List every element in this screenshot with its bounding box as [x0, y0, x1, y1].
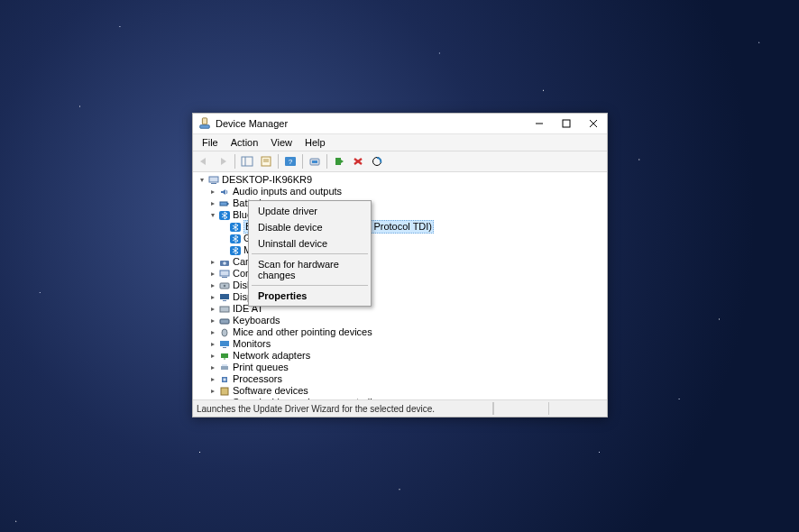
svg-rect-34	[223, 300, 226, 301]
expand-icon[interactable]: ▸	[207, 350, 218, 362]
svg-rect-39	[223, 347, 226, 348]
expand-icon[interactable]: ▸	[207, 315, 218, 326]
expand-icon[interactable]: ▸	[207, 373, 218, 385]
tree-category-mice[interactable]: ▸ Mice and other pointing devices	[193, 326, 607, 338]
menu-action[interactable]: Action	[225, 136, 264, 149]
svg-rect-33	[220, 294, 229, 299]
menu-view[interactable]: View	[265, 136, 298, 149]
uninstall-device-button[interactable]	[349, 153, 367, 170]
minimize-button[interactable]	[526, 114, 553, 133]
desktop-wallpaper: Device Manager File Action View Help	[0, 0, 799, 532]
statusbar: Launches the Update Driver Wizard for th…	[193, 399, 607, 417]
disk-icon	[218, 280, 231, 291]
expand-icon[interactable]: ▸	[207, 326, 218, 338]
svg-rect-19	[209, 177, 218, 182]
collapse-icon[interactable]: ▾	[197, 174, 207, 186]
tree-label: DESKTOP-IK96KR9	[222, 174, 312, 186]
tree-label: Network adapters	[233, 350, 310, 362]
maximize-button[interactable]	[553, 114, 580, 133]
monitor-icon	[218, 339, 231, 350]
back-button[interactable]	[195, 153, 213, 170]
tree-category-keyboards[interactable]: ▸ Keyboards	[193, 315, 607, 326]
tree-label: Print queues	[233, 362, 289, 373]
svg-rect-46	[221, 388, 228, 395]
svg-rect-21	[220, 202, 227, 206]
svg-rect-36	[220, 319, 229, 324]
context-menu-separator	[252, 285, 368, 286]
bluetooth-icon	[229, 234, 242, 244]
show-hide-tree-button[interactable]	[238, 153, 256, 170]
mouse-icon	[218, 327, 231, 338]
expand-icon[interactable]: ▸	[207, 186, 218, 197]
app-icon	[198, 117, 211, 130]
collapse-icon[interactable]: ▾	[207, 209, 218, 221]
svg-rect-43	[222, 364, 227, 366]
expand-icon[interactable]: ▸	[207, 303, 218, 315]
svg-rect-3	[563, 120, 570, 127]
svg-point-32	[224, 284, 226, 287]
audio-icon	[218, 187, 231, 197]
tree-category-software[interactable]: ▸ Software devices	[193, 385, 607, 397]
svg-rect-20	[211, 183, 216, 184]
svg-rect-35	[220, 307, 229, 312]
svg-rect-45	[224, 378, 226, 381]
expand-icon[interactable]: ▸	[207, 385, 218, 397]
bluetooth-icon	[229, 222, 242, 233]
status-text: Launches the Update Driver Wizard for th…	[197, 404, 435, 414]
enable-device-button[interactable]	[330, 153, 348, 170]
menubar: File Action View Help	[193, 134, 607, 151]
ctx-scan-hardware[interactable]: Scan for hardware changes	[251, 256, 369, 283]
sound-icon	[218, 398, 231, 400]
svg-rect-15	[335, 158, 341, 165]
tree-category-printers[interactable]: ▸ Print queues	[193, 362, 607, 373]
expand-icon[interactable]: ▸	[207, 268, 218, 280]
ctx-disable-device[interactable]: Disable device	[251, 219, 369, 235]
menu-file[interactable]: File	[197, 136, 224, 149]
close-button[interactable]	[580, 114, 607, 133]
update-driver-button[interactable]	[306, 153, 324, 170]
titlebar[interactable]: Device Manager	[193, 114, 607, 134]
ctx-uninstall-device[interactable]: Uninstall device	[251, 235, 369, 252]
toolbar: ?	[193, 151, 607, 172]
scan-hardware-button[interactable]	[368, 153, 386, 170]
camera-icon	[218, 257, 231, 268]
expand-icon[interactable]: ▸	[207, 256, 218, 268]
bluetooth-icon	[229, 245, 242, 256]
svg-rect-38	[220, 341, 229, 346]
computer-icon	[218, 269, 231, 280]
tree-label: Monitors	[233, 338, 271, 350]
cpu-icon	[218, 374, 231, 385]
window-title: Device Manager	[216, 118, 526, 129]
forward-button[interactable]	[214, 153, 232, 170]
ctx-properties[interactable]: Properties	[251, 288, 369, 304]
expand-icon[interactable]: ▸	[207, 280, 218, 291]
expand-icon[interactable]: ▸	[207, 197, 218, 209]
toolbar-separator	[234, 154, 235, 169]
menu-help[interactable]: Help	[299, 136, 331, 149]
expand-icon[interactable]: ▸	[207, 362, 218, 373]
toolbar-separator	[326, 154, 327, 169]
tree-category-sound[interactable]: ▸ Sound, video and game controllers	[193, 397, 607, 399]
ctx-update-driver[interactable]: Update driver	[251, 203, 369, 219]
help-button[interactable]: ?	[281, 153, 299, 170]
svg-point-37	[222, 329, 227, 336]
keyboard-icon	[218, 316, 231, 326]
tree-category-network[interactable]: ▸ Network adapters	[193, 350, 607, 362]
expand-icon[interactable]: ▸	[207, 338, 218, 350]
battery-icon	[218, 198, 231, 209]
svg-rect-29	[220, 271, 229, 276]
svg-rect-22	[227, 203, 229, 205]
svg-rect-0	[202, 118, 207, 124]
properties-button[interactable]	[257, 153, 275, 170]
tree-category-audio[interactable]: ▸ Audio inputs and outputs	[193, 186, 607, 197]
context-menu: Update driver Disable device Uninstall d…	[248, 200, 372, 307]
tree-category-monitors[interactable]: ▸ Monitors	[193, 338, 607, 350]
svg-text:?: ?	[289, 158, 293, 166]
expand-icon[interactable]: ▸	[207, 291, 218, 303]
tree-category-processors[interactable]: ▸ Processors	[193, 373, 607, 385]
ide-icon	[218, 304, 231, 315]
expand-icon[interactable]: ▸	[207, 397, 218, 399]
tree-label: Processors	[233, 373, 282, 385]
tree-root[interactable]: ▾ DESKTOP-IK96KR9	[193, 174, 607, 186]
svg-rect-40	[221, 353, 228, 358]
